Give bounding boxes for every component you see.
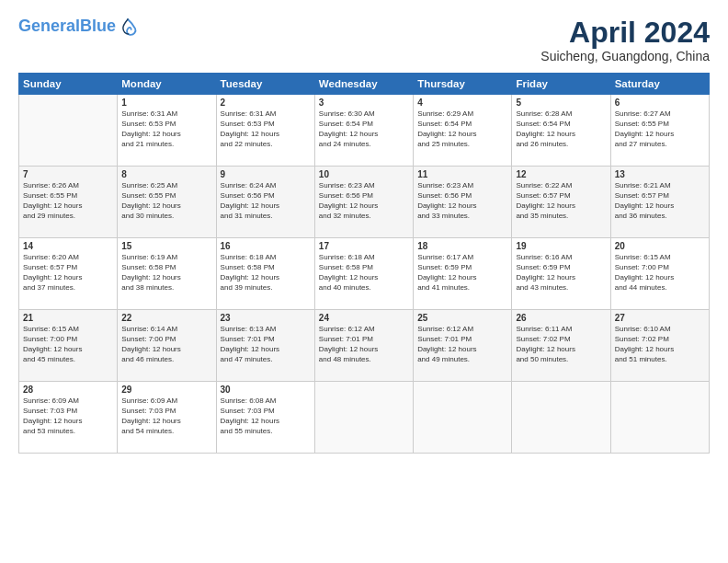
day-info: Sunrise: 6:09 AM Sunset: 7:03 PM Dayligh… xyxy=(121,396,211,436)
day-number: 7 xyxy=(23,169,113,179)
day-cell: 9Sunrise: 6:24 AM Sunset: 6:56 PM Daylig… xyxy=(216,167,314,238)
day-cell: 11Sunrise: 6:23 AM Sunset: 6:56 PM Dayli… xyxy=(414,167,512,238)
day-info: Sunrise: 6:09 AM Sunset: 7:03 PM Dayligh… xyxy=(23,396,113,436)
week-row: 28Sunrise: 6:09 AM Sunset: 7:03 PM Dayli… xyxy=(19,382,710,454)
day-number: 23 xyxy=(221,313,311,323)
day-cell: 12Sunrise: 6:22 AM Sunset: 6:57 PM Dayli… xyxy=(512,167,610,238)
day-cell: 17Sunrise: 6:18 AM Sunset: 6:58 PM Dayli… xyxy=(314,238,413,310)
day-cell xyxy=(19,95,118,167)
day-info: Sunrise: 6:28 AM Sunset: 6:54 PM Dayligh… xyxy=(516,109,606,149)
col-header-friday: Friday xyxy=(512,74,610,95)
day-info: Sunrise: 6:23 AM Sunset: 6:56 PM Dayligh… xyxy=(319,181,409,221)
day-info: Sunrise: 6:13 AM Sunset: 7:01 PM Dayligh… xyxy=(221,325,311,364)
day-number: 24 xyxy=(319,313,409,323)
week-row: 7Sunrise: 6:26 AM Sunset: 6:55 PM Daylig… xyxy=(19,167,710,238)
day-cell: 25Sunrise: 6:12 AM Sunset: 7:01 PM Dayli… xyxy=(414,310,512,382)
day-info: Sunrise: 6:19 AM Sunset: 6:58 PM Dayligh… xyxy=(121,253,211,293)
day-cell: 21Sunrise: 6:15 AM Sunset: 7:00 PM Dayli… xyxy=(19,310,118,382)
day-info: Sunrise: 6:17 AM Sunset: 6:59 PM Dayligh… xyxy=(417,253,507,293)
day-number: 20 xyxy=(615,241,705,251)
day-cell: 23Sunrise: 6:13 AM Sunset: 7:01 PM Dayli… xyxy=(216,310,314,382)
day-number: 27 xyxy=(615,313,705,323)
day-number: 25 xyxy=(417,313,507,323)
col-header-saturday: Saturday xyxy=(610,74,709,95)
day-cell xyxy=(314,382,413,454)
day-cell: 19Sunrise: 6:16 AM Sunset: 6:59 PM Dayli… xyxy=(512,238,610,310)
day-info: Sunrise: 6:15 AM Sunset: 7:00 PM Dayligh… xyxy=(23,325,113,364)
day-number: 12 xyxy=(516,169,606,179)
day-info: Sunrise: 6:31 AM Sunset: 6:53 PM Dayligh… xyxy=(221,109,311,149)
day-info: Sunrise: 6:23 AM Sunset: 6:56 PM Dayligh… xyxy=(417,181,507,221)
day-number: 26 xyxy=(516,313,606,323)
day-cell: 8Sunrise: 6:25 AM Sunset: 6:55 PM Daylig… xyxy=(118,167,216,238)
day-number: 6 xyxy=(615,98,705,108)
day-number: 5 xyxy=(516,98,606,108)
day-number: 10 xyxy=(319,169,409,179)
day-cell: 14Sunrise: 6:20 AM Sunset: 6:57 PM Dayli… xyxy=(19,238,118,310)
day-number: 13 xyxy=(615,169,705,179)
day-info: Sunrise: 6:12 AM Sunset: 7:01 PM Dayligh… xyxy=(417,325,507,364)
day-number: 4 xyxy=(417,98,507,108)
day-cell: 27Sunrise: 6:10 AM Sunset: 7:02 PM Dayli… xyxy=(610,310,709,382)
day-number: 15 xyxy=(121,241,211,251)
day-info: Sunrise: 6:22 AM Sunset: 6:57 PM Dayligh… xyxy=(516,181,606,221)
day-info: Sunrise: 6:20 AM Sunset: 6:57 PM Dayligh… xyxy=(23,253,113,293)
day-number: 14 xyxy=(23,241,113,251)
header-row: SundayMondayTuesdayWednesdayThursdayFrid… xyxy=(19,74,710,95)
day-info: Sunrise: 6:08 AM Sunset: 7:03 PM Dayligh… xyxy=(221,396,311,436)
day-cell: 10Sunrise: 6:23 AM Sunset: 6:56 PM Dayli… xyxy=(314,167,413,238)
day-cell xyxy=(512,382,610,454)
day-number: 22 xyxy=(121,313,211,323)
day-info: Sunrise: 6:18 AM Sunset: 6:58 PM Dayligh… xyxy=(221,253,311,293)
day-info: Sunrise: 6:21 AM Sunset: 6:57 PM Dayligh… xyxy=(615,181,705,221)
day-cell: 5Sunrise: 6:28 AM Sunset: 6:54 PM Daylig… xyxy=(512,95,610,167)
col-header-monday: Monday xyxy=(118,74,216,95)
header: GeneralBlue April 2024 Suicheng, Guangdo… xyxy=(18,17,710,63)
day-info: Sunrise: 6:24 AM Sunset: 6:56 PM Dayligh… xyxy=(221,181,311,221)
day-number: 21 xyxy=(23,313,113,323)
day-info: Sunrise: 6:14 AM Sunset: 7:00 PM Dayligh… xyxy=(121,325,211,364)
day-cell: 3Sunrise: 6:30 AM Sunset: 6:54 PM Daylig… xyxy=(314,95,413,167)
day-cell: 7Sunrise: 6:26 AM Sunset: 6:55 PM Daylig… xyxy=(19,167,118,238)
day-info: Sunrise: 6:31 AM Sunset: 6:53 PM Dayligh… xyxy=(121,109,211,149)
logo-text: GeneralBlue xyxy=(18,17,116,36)
week-row: 21Sunrise: 6:15 AM Sunset: 7:00 PM Dayli… xyxy=(19,310,710,382)
day-cell: 1Sunrise: 6:31 AM Sunset: 6:53 PM Daylig… xyxy=(118,95,216,167)
day-info: Sunrise: 6:26 AM Sunset: 6:55 PM Dayligh… xyxy=(23,181,113,221)
day-number: 1 xyxy=(121,98,211,108)
day-cell: 28Sunrise: 6:09 AM Sunset: 7:03 PM Dayli… xyxy=(19,382,118,454)
week-row: 14Sunrise: 6:20 AM Sunset: 6:57 PM Dayli… xyxy=(19,238,710,310)
day-cell: 29Sunrise: 6:09 AM Sunset: 7:03 PM Dayli… xyxy=(118,382,216,454)
day-number: 9 xyxy=(221,169,311,179)
col-header-wednesday: Wednesday xyxy=(314,74,413,95)
day-info: Sunrise: 6:10 AM Sunset: 7:02 PM Dayligh… xyxy=(615,325,705,364)
day-cell: 6Sunrise: 6:27 AM Sunset: 6:55 PM Daylig… xyxy=(610,95,709,167)
calendar-table: SundayMondayTuesdayWednesdayThursdayFrid… xyxy=(18,73,710,454)
title-area: April 2024 Suicheng, Guangdong, China xyxy=(540,17,710,63)
day-info: Sunrise: 6:30 AM Sunset: 6:54 PM Dayligh… xyxy=(319,109,409,149)
day-number: 30 xyxy=(221,385,311,395)
day-info: Sunrise: 6:16 AM Sunset: 6:59 PM Dayligh… xyxy=(516,253,606,293)
day-cell: 13Sunrise: 6:21 AM Sunset: 6:57 PM Dayli… xyxy=(610,167,709,238)
month-title: April 2024 xyxy=(540,17,710,49)
page: GeneralBlue April 2024 Suicheng, Guangdo… xyxy=(0,0,728,563)
day-info: Sunrise: 6:27 AM Sunset: 6:55 PM Dayligh… xyxy=(615,109,705,149)
day-cell: 2Sunrise: 6:31 AM Sunset: 6:53 PM Daylig… xyxy=(216,95,314,167)
day-number: 2 xyxy=(221,98,311,108)
day-info: Sunrise: 6:29 AM Sunset: 6:54 PM Dayligh… xyxy=(417,109,507,149)
day-cell: 16Sunrise: 6:18 AM Sunset: 6:58 PM Dayli… xyxy=(216,238,314,310)
day-info: Sunrise: 6:18 AM Sunset: 6:58 PM Dayligh… xyxy=(319,253,409,293)
day-number: 11 xyxy=(417,169,507,179)
day-cell: 24Sunrise: 6:12 AM Sunset: 7:01 PM Dayli… xyxy=(314,310,413,382)
day-cell: 15Sunrise: 6:19 AM Sunset: 6:58 PM Dayli… xyxy=(118,238,216,310)
day-cell xyxy=(414,382,512,454)
day-number: 3 xyxy=(319,98,409,108)
day-cell xyxy=(610,382,709,454)
location: Suicheng, Guangdong, China xyxy=(540,49,710,63)
day-number: 28 xyxy=(23,385,113,395)
day-cell: 22Sunrise: 6:14 AM Sunset: 7:00 PM Dayli… xyxy=(118,310,216,382)
day-cell: 30Sunrise: 6:08 AM Sunset: 7:03 PM Dayli… xyxy=(216,382,314,454)
logo-icon xyxy=(118,17,138,37)
day-info: Sunrise: 6:25 AM Sunset: 6:55 PM Dayligh… xyxy=(121,181,211,221)
day-cell: 26Sunrise: 6:11 AM Sunset: 7:02 PM Dayli… xyxy=(512,310,610,382)
